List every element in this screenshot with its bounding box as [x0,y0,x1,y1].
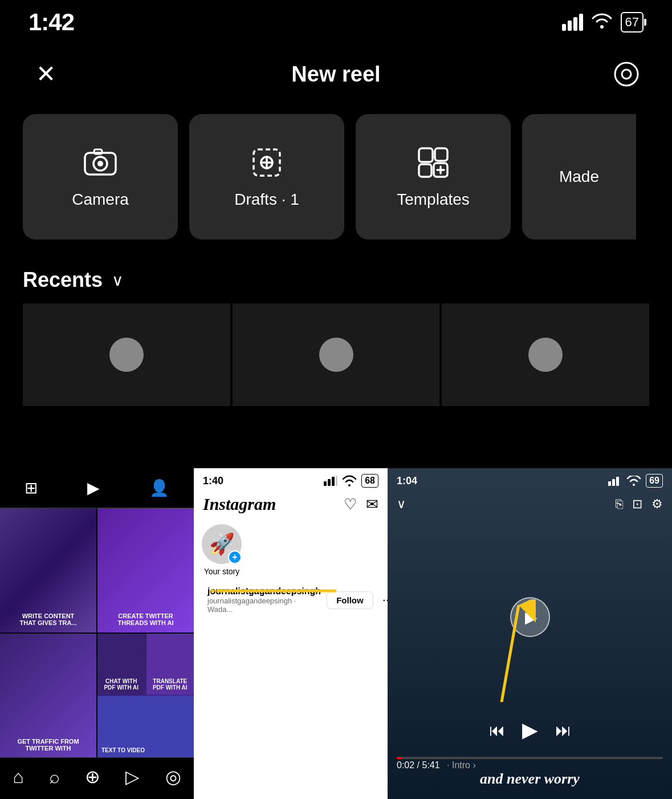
svg-point-1 [622,70,631,79]
recent-circle [109,338,144,372]
search-icon[interactable]: ⌕ [49,766,60,788]
video-time-label: 0:02 / 5:41 · Intro › [397,760,476,770]
recent-circle [528,338,563,372]
ig-signal-icon [324,476,337,486]
drafts-label: Drafts · 1 [234,190,299,209]
video-status-bar: 1:04 69 [388,468,672,493]
svg-line-27 [502,605,519,702]
thumbnail-1[interactable]: WRITE CONTENTTHAT GIVES TRA... [0,508,96,632]
svg-rect-23 [616,477,619,486]
recent-item[interactable] [23,303,230,406]
progress-fill [397,757,402,759]
svg-rect-12 [419,164,431,177]
ig-status-time: 1:40 [203,475,223,487]
ig-header-icons: ♡ ✉ [344,496,378,513]
ig-battery: 68 [361,474,378,488]
templates-label: Templates [397,190,470,209]
chapter-label: · Intro › [447,760,476,770]
camera-card[interactable]: Camera [23,114,178,240]
add-story-icon: + [228,550,242,564]
camera-label: Camera [72,190,129,209]
profile-icon[interactable]: ◎ [165,766,181,788]
person-tab[interactable]: 👤 [145,474,174,502]
recents-grid [23,303,649,406]
svg-rect-10 [419,148,433,162]
svg-rect-22 [612,479,615,486]
battery-icon: 67 [621,12,644,33]
settings-button[interactable] [609,57,644,91]
subtitles-icon[interactable]: ⊡ [632,497,642,512]
close-icon: ✕ [36,62,56,86]
ig-wifi-icon [342,475,357,486]
airplay-icon[interactable]: ⎘ [616,497,623,512]
drafts-card[interactable]: Drafts · 1 [189,114,344,240]
recents-title: Recents [23,268,103,292]
video-wifi-icon [626,476,641,486]
ig-header: Instagram ♡ ✉ [194,491,388,520]
svg-rect-21 [608,481,611,486]
bottom-nav: ⌂ ⌕ ⊕ ▷ ◎ [0,757,194,799]
svg-rect-11 [435,148,447,161]
close-button[interactable]: ✕ [28,57,63,91]
grid-tab[interactable]: ⊞ [20,474,42,502]
add-icon[interactable]: ⊕ [85,766,100,788]
recent-circle [319,338,353,372]
collapse-icon[interactable]: ∨ [397,497,406,512]
signal-icon [562,14,583,31]
wifi-icon [591,13,613,33]
video-status-time: 1:04 [397,475,417,487]
yellow-arrow-left [211,577,336,605]
video-top-controls: ∨ ⎘ ⊡ ⚙ [388,497,672,512]
svg-rect-18 [332,477,335,486]
svg-rect-16 [324,481,327,486]
page-header: ✕ New reel [0,40,672,108]
drafts-icon [249,145,284,180]
ig-status-bar: 1:40 68 [194,468,388,491]
video-battery: 69 [646,474,663,488]
templates-card[interactable]: Templates [356,114,511,240]
skip-forward-icon[interactable]: ⏭ [555,721,571,740]
thumbnail-3[interactable]: GET TRAFFIC FROMTWITTER WITH [0,634,96,758]
thumbnail-2[interactable]: CREATE TWITTERTHREADS WITH AI [97,508,194,632]
status-time: 1:42 [28,9,74,36]
templates-icon [416,145,451,180]
home-icon[interactable]: ⌂ [13,766,23,788]
status-bar: 1:42 67 [0,0,672,40]
svg-rect-5 [94,149,102,154]
heart-icon[interactable]: ♡ [344,496,357,513]
progress-bar[interactable] [397,757,663,759]
made-label: Made [559,168,599,186]
play-pause-icon[interactable]: ▶ [522,718,538,742]
your-story-label: Your story [204,567,240,576]
recent-item[interactable] [442,303,649,406]
video-signal-icon [608,476,622,486]
settings-video-icon[interactable]: ⚙ [651,497,663,512]
svg-point-0 [615,63,638,86]
ig-status-right: 68 [324,474,378,488]
yellow-arrow-up [467,599,536,702]
stories-row: 🚀 + Your story [194,520,388,581]
thumbnails-grid: WRITE CONTENTTHAT GIVES TRA... CREATE TW… [0,508,194,757]
messenger-icon[interactable]: ✉ [366,496,378,513]
recent-item[interactable] [233,303,440,406]
made-card[interactable]: Made [522,114,636,240]
instagram-panel: 1:40 68 Instagram ♡ [194,468,388,799]
chevron-down-icon[interactable]: ∨ [112,271,124,290]
reels-icon[interactable]: ▷ [125,766,140,788]
recents-section: Recents ∨ [0,257,672,417]
page-title: New reel [291,62,380,87]
nav-tabs: ⊞ ▶ 👤 [0,468,194,508]
svg-point-4 [97,161,103,167]
video-tab[interactable]: ▶ [83,474,104,502]
gear-icon [612,60,641,88]
playback-controls: ⏮ ▶ ⏭ [388,718,672,742]
svg-rect-17 [328,479,331,486]
status-icons: 67 [562,12,644,33]
video-progress [397,757,663,759]
more-options-icon[interactable]: ··· [379,593,388,607]
left-panel: ⊞ ▶ 👤 WRITE CONTENTTHAT GIVES TRA... CRE… [0,468,194,799]
ig-logo: Instagram [203,494,276,514]
your-story[interactable]: 🚀 + Your story [202,524,242,576]
skip-back-icon[interactable]: ⏮ [489,721,505,740]
thumbnail-4[interactable]: CHAT WITH PDF WITH AI TRANSLATE PDF WITH… [97,634,194,758]
